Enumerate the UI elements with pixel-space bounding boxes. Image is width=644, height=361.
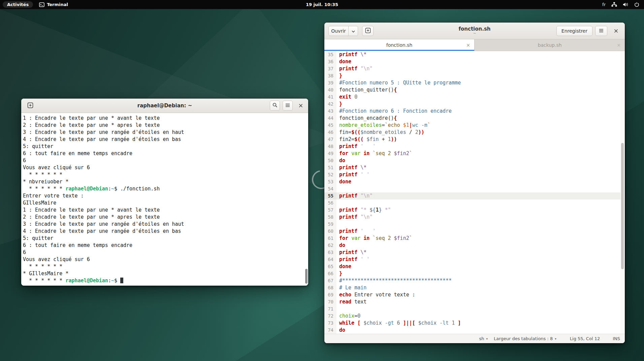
code-line: 69echo Entrer votre texte : (324, 291, 625, 298)
new-tab-icon (365, 28, 371, 34)
code-line: 71 (324, 305, 625, 313)
code-text: do (336, 242, 345, 249)
code-text: fin2=$(( $fin + 1)) (336, 136, 397, 143)
line-number: 39 (324, 79, 336, 86)
code-text: } (336, 72, 342, 79)
menu-button[interactable] (595, 26, 607, 36)
line-number: 55 (324, 192, 336, 200)
language-selector[interactable]: sh ▾ (479, 336, 488, 341)
terminal-scrollbar[interactable] (305, 269, 308, 284)
code-text (336, 221, 339, 228)
line-number: 59 (324, 221, 336, 228)
code-text: exit 0 (336, 94, 357, 101)
new-document-button[interactable] (362, 26, 374, 36)
tab-bar: fonction.sh × backup.sh × (324, 39, 625, 51)
terminal-line: 2 : Encadre le texte par une * apres le … (23, 214, 308, 221)
code-text: printf ' ' (336, 143, 376, 150)
code-text: fonction_encadre(){ (336, 115, 397, 122)
close-button[interactable] (296, 101, 305, 110)
terminal-line: GIllesMaire (23, 200, 308, 207)
close-button[interactable] (611, 26, 621, 36)
focused-app-menu[interactable]: Terminal (39, 2, 68, 7)
chevron-down-icon (352, 28, 355, 34)
terminal-cursor (120, 278, 123, 283)
code-text: for var in `seq 2 $fin2` (336, 235, 412, 242)
terminal-line: 3 : Encadre le texte par une rangée d'ét… (23, 129, 308, 136)
line-number: 73 (324, 320, 336, 327)
code-text: done (336, 263, 351, 270)
tab-width-selector[interactable]: Largeur des tabulations : 8 ▾ (494, 336, 556, 341)
tab-backup-sh[interactable]: backup.sh × (475, 39, 625, 51)
line-number: 62 (324, 242, 336, 249)
line-number: 42 (324, 101, 336, 108)
code-line: 51printf \* (324, 164, 625, 171)
code-line: 60printf ' ' (324, 228, 625, 235)
line-number: 71 (324, 305, 336, 313)
code-line: 44fonction_encadre(){ (324, 115, 625, 122)
code-line: 46fin=$(($nombre_etoiles / 2)) (324, 129, 625, 136)
line-number: 45 (324, 122, 336, 129)
editor-window: Ouvrir fonction.sh ~ Enregistrer (324, 23, 625, 343)
code-text: printf ' ' (336, 256, 369, 263)
code-text: #Fonction numero 6 : Fonction encadre (336, 108, 452, 115)
terminal-window: raphael@Debian: ~ 1 : Encadre le texte p… (21, 99, 308, 286)
code-line: 66} (324, 270, 625, 277)
code-text: printf \* (336, 164, 366, 171)
terminal-line: Vous avez cliqué sur 6 (23, 164, 308, 171)
line-number: 67 (324, 277, 336, 284)
editor-headerbar[interactable]: Ouvrir fonction.sh ~ Enregistrer (324, 23, 625, 39)
terminal-headerbar[interactable]: raphael@Debian: ~ (21, 99, 308, 113)
open-button[interactable]: Ouvrir (328, 26, 349, 36)
line-number: 69 (324, 291, 336, 298)
line-number: 74 (324, 327, 336, 334)
keyboard-layout-indicator[interactable]: fr (602, 2, 606, 7)
code-line: 54 (324, 185, 625, 192)
line-number: 57 (324, 207, 336, 214)
line-number: 49 (324, 150, 336, 157)
focused-app-label: Terminal (47, 2, 68, 7)
line-number: 48 (324, 143, 336, 150)
terminal-line: 6 : tout faire en meme temps encadre (23, 150, 308, 157)
code-text: done (336, 178, 351, 185)
power-icon[interactable] (634, 2, 639, 7)
code-line: 48printf ' ' (324, 143, 625, 150)
terminal-line: * * * * * * (23, 171, 308, 178)
network-icon[interactable] (611, 2, 617, 7)
code-text: printf "\n" (336, 214, 373, 221)
line-number: 64 (324, 256, 336, 263)
scrollbar-thumb[interactable] (621, 143, 624, 269)
tab-fonction-sh[interactable]: fonction.sh × (324, 39, 475, 51)
line-number: 43 (324, 108, 336, 115)
terminal-line: 5: quitter (23, 143, 308, 150)
volume-icon[interactable] (623, 2, 629, 7)
clock[interactable]: 19 juil. 10:35 (306, 2, 338, 7)
line-number: 54 (324, 185, 336, 192)
tab-close-icon[interactable]: × (466, 42, 470, 48)
code-area[interactable]: 35printf \*36done37printf "\n"38}39#Fonc… (324, 51, 625, 334)
editor-scrollbar[interactable] (620, 51, 625, 334)
terminal-line: * * * * * * raphael@Debian:~$ ./fonction… (23, 185, 308, 192)
code-text: #************************************ (336, 277, 452, 284)
code-text: do (336, 327, 345, 334)
tab-close-icon[interactable]: × (617, 42, 621, 48)
save-button[interactable]: Enregistrer (556, 26, 592, 36)
menu-button[interactable] (283, 101, 293, 111)
code-line: 64printf ' ' (324, 256, 625, 263)
code-line: 67#************************************ (324, 277, 625, 284)
code-line: 55printf "\n" (324, 192, 625, 200)
activities-button[interactable]: Activités (3, 1, 33, 8)
code-text (336, 185, 339, 192)
language-label: sh (479, 336, 484, 341)
system-status-area[interactable]: fr (602, 2, 639, 7)
open-dropdown-button[interactable] (349, 26, 358, 36)
line-number: 46 (324, 129, 336, 136)
line-number: 47 (324, 136, 336, 143)
code-text: echo Entrer votre texte : (336, 291, 415, 298)
code-text: while [ $choix -gt 6 ]||[ $choix -lt 1 ] (336, 320, 461, 327)
code-lines: 35printf \*36done37printf "\n"38}39#Fonc… (324, 51, 625, 334)
search-button[interactable] (270, 101, 280, 111)
line-number: 66 (324, 270, 336, 277)
status-bar: sh ▾ Largeur des tabulations : 8 ▾ Lig 5… (324, 334, 625, 343)
code-line: 43#Fonction numero 6 : Fonction encadre (324, 108, 625, 115)
code-line: 39#Fonction numero 5 : QUitte le program… (324, 79, 625, 86)
